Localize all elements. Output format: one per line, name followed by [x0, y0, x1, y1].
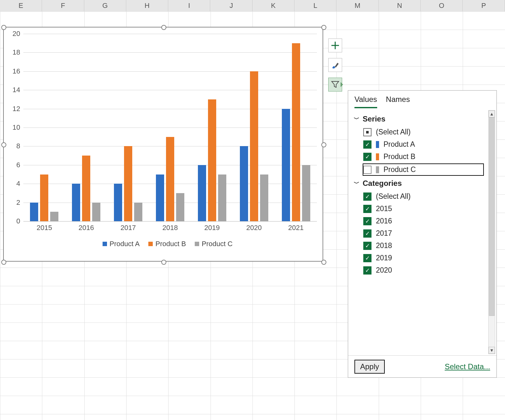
data-bar[interactable] — [166, 137, 174, 221]
y-tick: 12 — [4, 105, 20, 113]
legend-swatch — [195, 242, 199, 246]
x-tick: 2018 — [156, 224, 184, 232]
filter-item[interactable]: ✓2016 — [354, 215, 487, 227]
resize-handle[interactable] — [161, 260, 166, 265]
data-bar[interactable] — [198, 165, 206, 221]
chart-object[interactable]: 0246810121416182020152016201720182019202… — [3, 27, 323, 262]
checkbox[interactable]: ✓ — [363, 254, 371, 262]
column-header[interactable]: O — [421, 0, 463, 11]
data-bar[interactable] — [156, 175, 164, 222]
filter-item[interactable]: ✓Product B — [354, 151, 487, 163]
checkbox[interactable]: ✓ — [363, 217, 371, 225]
data-bar[interactable] — [92, 203, 100, 221]
filter-item[interactable]: ✓2017 — [354, 227, 487, 240]
resize-handle[interactable] — [161, 25, 166, 30]
filter-item[interactable]: Product C — [363, 163, 484, 176]
x-tick: 2015 — [30, 224, 58, 232]
column-header[interactable]: I — [168, 0, 210, 11]
y-tick: 10 — [4, 123, 20, 132]
filter-item[interactable]: ✓2020 — [354, 264, 487, 276]
column-header[interactable]: G — [84, 0, 126, 11]
filter-item-label: 2019 — [376, 254, 392, 262]
legend-label: Product B — [155, 240, 186, 248]
resize-handle[interactable] — [321, 142, 326, 147]
column-header[interactable]: K — [252, 0, 294, 11]
filter-funnel-button[interactable] — [328, 78, 342, 92]
y-tick: 0 — [4, 217, 20, 225]
x-tick: 2020 — [240, 224, 268, 232]
scroll-down-arrow[interactable]: ▼ — [489, 347, 495, 354]
filter-item-label: 2020 — [376, 266, 392, 275]
data-bar[interactable] — [218, 175, 226, 222]
filter-item[interactable]: ✓2019 — [354, 252, 487, 264]
checkbox[interactable] — [363, 128, 371, 136]
select-all-row[interactable]: (Select All) — [354, 126, 487, 138]
data-bar[interactable] — [134, 203, 142, 221]
chart-legend[interactable]: Product AProduct BProduct C — [4, 240, 323, 248]
chevron-down-icon: ﹀ — [354, 115, 359, 123]
checkbox[interactable]: ✓ — [363, 192, 371, 201]
y-tick: 16 — [4, 67, 20, 75]
data-bar[interactable] — [114, 184, 122, 221]
x-tick: 2021 — [282, 224, 310, 232]
column-header[interactable]: E — [0, 0, 42, 11]
data-bar[interactable] — [40, 175, 48, 222]
select-all-row[interactable]: ✓(Select All) — [354, 190, 487, 203]
resize-handle[interactable] — [321, 260, 326, 265]
filter-item[interactable]: ✓2015 — [354, 203, 487, 215]
data-bar[interactable] — [260, 175, 268, 222]
data-bar[interactable] — [240, 146, 248, 221]
select-data-link[interactable]: Select Data... — [445, 362, 490, 371]
data-bar[interactable] — [250, 71, 258, 221]
filter-item-label: Product A — [383, 140, 415, 149]
column-header[interactable]: P — [463, 0, 505, 11]
checkbox[interactable]: ✓ — [363, 242, 371, 250]
data-bar[interactable] — [82, 156, 90, 221]
plot-area[interactable]: 0246810121416182020152016201720182019202… — [23, 34, 317, 221]
y-tick: 20 — [4, 30, 20, 38]
column-header[interactable]: M — [336, 0, 378, 11]
style-paintbrush-button[interactable] — [328, 58, 342, 72]
filter-group-title: Series — [363, 115, 385, 123]
data-bar[interactable] — [72, 184, 80, 221]
checkbox[interactable]: ✓ — [363, 229, 371, 238]
filter-item-label: Product B — [383, 152, 415, 161]
filter-item[interactable]: ✓2018 — [354, 240, 487, 252]
checkbox[interactable]: ✓ — [363, 205, 371, 213]
column-header[interactable]: L — [294, 0, 336, 11]
column-header[interactable]: F — [42, 0, 84, 11]
style-paintbrush-icon — [330, 60, 340, 70]
resize-handle[interactable] — [1, 260, 6, 265]
filter-tab-values[interactable]: Values — [354, 95, 377, 108]
add-chart-element-button[interactable] — [328, 38, 342, 52]
data-bar[interactable] — [30, 203, 38, 221]
checkbox[interactable]: ✓ — [363, 266, 371, 275]
data-bar[interactable] — [292, 43, 300, 221]
checkbox[interactable]: ✓ — [363, 153, 371, 161]
data-bar[interactable] — [124, 146, 132, 221]
filter-item[interactable]: ✓Product A — [354, 138, 487, 151]
checkbox[interactable]: ✓ — [363, 140, 371, 149]
data-bar[interactable] — [302, 165, 310, 221]
x-tick: 2016 — [72, 224, 100, 232]
data-bar[interactable] — [208, 99, 216, 221]
y-tick: 8 — [4, 142, 20, 150]
filter-group-series[interactable]: ﹀Series — [354, 115, 487, 123]
data-bar[interactable] — [176, 193, 184, 221]
resize-handle[interactable] — [321, 25, 326, 30]
scroll-up-arrow[interactable]: ▲ — [489, 110, 495, 117]
resize-handle[interactable] — [1, 25, 6, 30]
column-header[interactable]: H — [126, 0, 168, 11]
scroll-thumb[interactable] — [489, 117, 495, 316]
checkbox[interactable] — [363, 166, 371, 174]
filter-item-label: 2018 — [376, 241, 392, 250]
scrollbar[interactable]: ▲▼ — [488, 110, 495, 354]
filter-group-categories[interactable]: ﹀Categories — [354, 179, 487, 188]
data-bar[interactable] — [50, 212, 58, 221]
chevron-down-icon: ﹀ — [354, 180, 359, 187]
column-header[interactable]: N — [379, 0, 421, 11]
filter-tab-names[interactable]: Names — [386, 95, 410, 108]
column-header[interactable]: J — [211, 0, 252, 11]
apply-button[interactable]: Apply — [354, 360, 385, 374]
data-bar[interactable] — [282, 109, 290, 221]
